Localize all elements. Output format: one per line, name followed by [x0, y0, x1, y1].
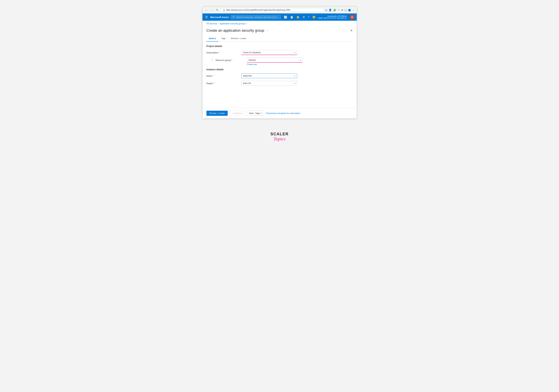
- breadcrumb-sep-1: >: [218, 23, 219, 25]
- region-label: Region *: [206, 81, 239, 85]
- watermark-topics: Topics: [0, 136, 559, 142]
- directory-icon[interactable]: 📋: [289, 15, 295, 20]
- resource-group-select[interactable]: Newset: [247, 58, 303, 63]
- resource-group-row: Resource group * Newset ∨ Create new: [210, 58, 353, 65]
- bookmark-saved-icon[interactable]: ★: [341, 9, 343, 11]
- breadcrumb-sep-2: >: [246, 23, 247, 25]
- page-title: Create an application security group: [206, 28, 264, 33]
- search-icon: 🔍: [233, 16, 235, 18]
- url-bar[interactable]: 🔒 https://portal.azure.com/#create/Micro…: [220, 8, 324, 12]
- name-control: ✓: [241, 73, 297, 78]
- subscription-control: Azure for Students ∨: [241, 50, 297, 55]
- user-info[interactable]: rupeshgulia_20189@ait... ARMY INSTITUTE …: [318, 15, 348, 19]
- help-icon[interactable]: ?: [307, 15, 310, 19]
- form-footer: Review + create < Previous Next : Tags >…: [203, 108, 357, 119]
- forward-button[interactable]: →: [210, 8, 214, 12]
- watermark-scaler: SCALER: [0, 132, 559, 136]
- google-icon[interactable]: G: [326, 9, 327, 11]
- resource-group-label: Resource group *: [212, 58, 245, 61]
- breadcrumb-app-security[interactable]: Application security groups: [220, 22, 245, 25]
- url-text: https://portal.azure.com/#create/Microso…: [226, 9, 290, 11]
- feedback-icon[interactable]: 😊: [311, 15, 317, 20]
- bookmark-icon[interactable]: ☆: [338, 9, 340, 11]
- name-required: *: [213, 75, 214, 77]
- tab-basics[interactable]: Basics: [206, 36, 219, 42]
- breadcrumb: All services > Application security grou…: [203, 21, 357, 27]
- watermark: SCALER Topics: [0, 125, 559, 145]
- name-input-wrapper: ✓: [241, 73, 297, 78]
- user-avatar[interactable]: R: [350, 15, 355, 19]
- refresh-button[interactable]: ↻: [215, 8, 219, 12]
- tab-tags[interactable]: Tags: [218, 36, 228, 42]
- resource-group-control: Newset ∨ Create new: [247, 58, 303, 65]
- user-email: rupeshgulia_20189@ait...: [327, 15, 348, 17]
- subscription-select[interactable]: Azure for Students: [241, 50, 297, 55]
- review-create-button[interactable]: Review + create: [206, 111, 228, 116]
- resource-group-select-wrapper: Newset ∨: [247, 58, 303, 63]
- subscription-row: Subscription * Azure for Students ∨: [206, 50, 353, 55]
- region-select[interactable]: East US: [241, 81, 297, 86]
- next-button[interactable]: Next : Tags >: [247, 111, 264, 116]
- name-check-icon: ✓: [294, 74, 297, 77]
- global-search[interactable]: 🔍: [231, 15, 280, 19]
- subscription-required: *: [219, 51, 220, 54]
- search-input[interactable]: [236, 16, 279, 18]
- region-row: Region * East US ∨: [206, 81, 353, 86]
- region-control: East US ∨: [241, 81, 297, 86]
- breadcrumb-all-services[interactable]: All services: [206, 22, 217, 25]
- create-new-link[interactable]: Create new: [247, 63, 303, 65]
- notifications-icon[interactable]: 🔔: [295, 15, 301, 20]
- resource-group-required: *: [232, 59, 232, 61]
- profile-icon[interactable]: 👤: [329, 9, 332, 11]
- instance-details-section: Instance details: [206, 68, 353, 71]
- subscription-select-wrapper: Azure for Students ∨: [241, 50, 297, 55]
- close-button[interactable]: ✕: [350, 29, 353, 32]
- extensions-icon[interactable]: 🧩: [333, 9, 336, 11]
- more-menu-icon[interactable]: ⋮: [352, 9, 355, 11]
- region-required: *: [214, 82, 214, 85]
- name-input[interactable]: [242, 73, 294, 78]
- page-options-icon[interactable]: ···: [266, 29, 268, 32]
- project-details-section: Project details: [206, 45, 353, 47]
- back-button[interactable]: ←: [205, 8, 209, 12]
- name-label: Name *: [206, 73, 239, 77]
- azure-logo: Microsoft Azure: [210, 16, 229, 18]
- tab-bar: Basics Tags Review + create: [206, 35, 353, 42]
- download-template-link[interactable]: Download a template for automation: [266, 112, 300, 114]
- hamburger-menu[interactable]: ☰: [205, 15, 208, 19]
- lock-icon: 🔒: [223, 9, 225, 11]
- tab-review-create[interactable]: Review + create: [228, 36, 249, 42]
- edge-icon[interactable]: ⬤: [348, 9, 351, 11]
- region-select-wrapper: East US ∨: [241, 81, 297, 86]
- window-icon[interactable]: ▢: [345, 9, 347, 11]
- subscription-label: Subscription *: [206, 50, 239, 54]
- user-org: ARMY INSTITUTE OF TECHNOLO...: [318, 17, 348, 19]
- name-row: Name * ✓: [206, 73, 353, 78]
- settings-icon[interactable]: ⚙: [301, 15, 306, 20]
- spacer: [206, 88, 353, 108]
- cloud-shell-icon[interactable]: ⬜: [283, 15, 288, 20]
- previous-button[interactable]: < Previous: [230, 111, 245, 116]
